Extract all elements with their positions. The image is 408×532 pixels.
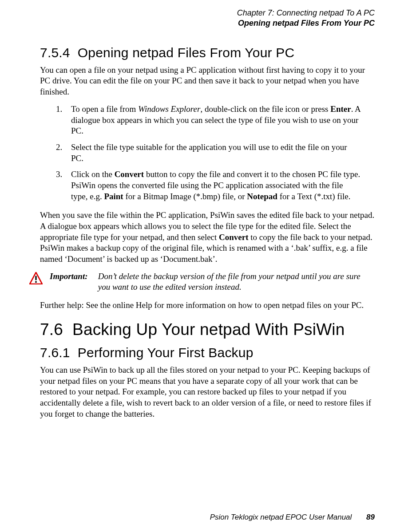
step-number: 1. — [56, 104, 71, 137]
warning-icon — [29, 271, 43, 288]
chapter-title: Chapter 7: Connecting netpad To A PC — [40, 8, 375, 18]
heading-number: 7.6.1 — [40, 345, 70, 360]
manual-title: Psion Teklogix netpad EPOC User Manual — [210, 513, 352, 521]
step-text: Select the file type suitable for the ap… — [71, 142, 361, 164]
page-footer: Psion Teklogix netpad EPOC User Manual 8… — [210, 512, 375, 522]
important-note: Important: Don’t delete the backup versi… — [40, 271, 375, 293]
running-header: Chapter 7: Connecting netpad To A PC Ope… — [40, 8, 375, 29]
section-title-header: Opening netpad Files From Your PC — [40, 18, 375, 28]
important-label: Important: — [50, 271, 96, 282]
steps-list: 1. To open a file from Windows Explorer,… — [40, 104, 375, 202]
heading-number: 7.6 — [40, 320, 63, 339]
svg-point-2 — [35, 281, 37, 283]
heading-7-6: 7.6 Backing Up Your netpad With PsiWin — [40, 319, 375, 340]
heading-7-6-1: 7.6.1 Performing Your First Backup — [40, 344, 375, 361]
heading-text: Performing Your First Backup — [78, 345, 254, 360]
further-help: Further help: See the online Help for mo… — [40, 300, 375, 311]
step-number: 3. — [56, 169, 71, 202]
step-1: 1. To open a file from Windows Explorer,… — [56, 104, 375, 137]
after-steps-paragraph: When you save the file within the PC app… — [40, 210, 375, 264]
svg-rect-1 — [35, 276, 36, 280]
step-text: To open a file from Windows Explorer, do… — [71, 104, 361, 137]
important-text: Don’t delete the backup version of the f… — [98, 271, 373, 293]
step-3: 3. Click on the Convert button to copy t… — [56, 169, 375, 202]
page-number: 89 — [366, 513, 375, 521]
heading-7-5-4: 7.5.4 Opening netpad Files From Your PC — [40, 44, 375, 61]
heading-number: 7.5.4 — [40, 45, 70, 60]
heading-text: Opening netpad Files From Your PC — [78, 45, 295, 60]
step-number: 2. — [56, 142, 71, 164]
intro-paragraph: You can open a file on your netpad using… — [40, 65, 375, 98]
step-text: Click on the Convert button to copy the … — [71, 169, 361, 202]
step-2: 2. Select the file type suitable for the… — [56, 142, 375, 164]
backup-paragraph: You can use PsiWin to back up all the fi… — [40, 365, 375, 419]
heading-text: Backing Up Your netpad With PsiWin — [72, 320, 345, 339]
